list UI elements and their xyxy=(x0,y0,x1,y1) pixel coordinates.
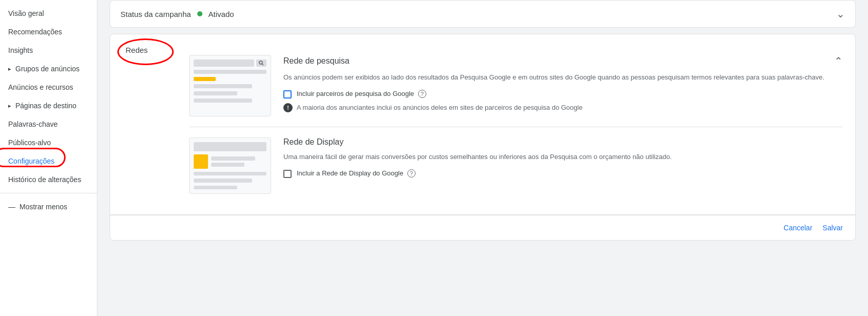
sidebar-item-label: Anúncios e recursos xyxy=(8,83,73,91)
networks-container: Rede de pesquisa ⌃ Os anúncios podem ser… xyxy=(189,45,843,204)
search-partners-help-icon[interactable]: ? xyxy=(418,90,426,98)
search-network-preview xyxy=(189,55,271,116)
preview-search-btn xyxy=(256,60,266,67)
search-partners-checkbox[interactable] xyxy=(283,90,292,98)
svg-point-0 xyxy=(259,61,262,64)
sidebar-item-visao-geral[interactable]: Visão geral xyxy=(0,4,97,23)
main-content: Status da campanha Ativado ⌄ Redes xyxy=(97,0,868,316)
redes-label-wrapper: Redes xyxy=(122,45,179,55)
warning-icon: ! xyxy=(283,103,293,112)
display-preview-bar-top xyxy=(194,142,266,151)
display-network-info: Rede de Display Uma maneira fácil de ger… xyxy=(283,137,843,194)
status-bar-left: Status da campanha Ativado xyxy=(120,10,234,18)
display-network-help-icon[interactable]: ? xyxy=(407,169,416,177)
display-network-label: Incluir a Rede de Display do Google ? xyxy=(297,169,416,177)
sidebar-item-historico-alteracoes[interactable]: Histórico de alterações xyxy=(0,170,97,189)
redes-card: Redes xyxy=(110,34,856,241)
search-network-title-text: Rede de pesquisa xyxy=(283,56,349,66)
sidebar-item-label: Públicos-alvo xyxy=(8,139,51,147)
sidebar-item-paginas-destino[interactable]: Páginas de destino xyxy=(0,96,97,115)
sidebar-item-label: Histórico de alterações xyxy=(8,175,81,184)
warning-text: A maioria dos anunciantes inclui os anún… xyxy=(297,103,583,113)
search-partners-label: Incluir parceiros de pesquisa do Google … xyxy=(297,90,426,98)
preview-bar-yellow xyxy=(194,77,216,81)
preview-search-bar xyxy=(194,60,254,67)
sidebar-divider xyxy=(0,193,97,193)
search-network-info: Rede de pesquisa ⌃ Os anúncios podem ser… xyxy=(283,55,843,116)
display-network-preview xyxy=(189,137,271,194)
sidebar-item-insights[interactable]: Insights xyxy=(0,41,97,60)
display-preview-bar-3 xyxy=(194,172,266,175)
status-label: Status da campanha xyxy=(120,10,191,18)
display-network-section: Rede de Display Uma maneira fácil de ger… xyxy=(189,127,843,204)
sidebar-item-palavras-chave[interactable]: Palavras-chave xyxy=(0,115,97,133)
display-network-title-text: Rede de Display xyxy=(283,137,343,147)
sidebar-item-configuracoes[interactable]: Configurações xyxy=(0,152,97,170)
svg-line-1 xyxy=(262,64,264,66)
sidebar-item-label: Visão geral xyxy=(8,9,44,17)
redes-header: Redes xyxy=(110,34,855,215)
status-value: Ativado xyxy=(209,10,234,18)
sidebar-item-label: Recomendações xyxy=(8,28,62,36)
card-footer: Cancelar Salvar xyxy=(110,215,855,240)
sidebar-item-label: Grupos de anúncios xyxy=(15,65,79,73)
display-preview-bar-1 xyxy=(211,156,255,161)
warning-row: ! A maioria dos anunciantes inclui os an… xyxy=(283,103,843,113)
status-dot-active xyxy=(197,11,202,16)
display-preview-bar-2 xyxy=(211,163,244,167)
sidebar-item-label: Páginas de destino xyxy=(15,102,76,110)
display-preview-row xyxy=(194,154,266,169)
display-network-checkbox-row: Incluir a Rede de Display do Google ? xyxy=(283,169,843,178)
chevron-up-icon[interactable]: ⌃ xyxy=(834,55,843,67)
preview-top-row xyxy=(194,60,266,67)
chevron-down-icon: ⌄ xyxy=(836,8,845,20)
display-preview-yellow-block xyxy=(194,154,208,169)
cancel-button[interactable]: Cancelar xyxy=(783,224,812,232)
display-network-title: Rede de Display xyxy=(283,137,843,147)
search-network-title: Rede de pesquisa ⌃ xyxy=(283,55,843,67)
search-icon xyxy=(259,61,264,66)
show-less-label: Mostrar menos xyxy=(19,203,67,211)
display-network-checkbox[interactable] xyxy=(283,170,292,178)
sidebar-item-grupos-anuncios[interactable]: Grupos de anúncios xyxy=(0,60,97,78)
display-network-description: Uma maneira fácil de gerar mais conversõ… xyxy=(283,152,843,162)
sidebar-item-recomendacoes[interactable]: Recomendações xyxy=(0,23,97,41)
campaign-status-bar[interactable]: Status da campanha Ativado ⌄ xyxy=(110,0,856,28)
search-network-description: Os anúncios podem ser exibidos ao lado d… xyxy=(283,72,843,83)
redes-section-label: Redes xyxy=(122,45,151,55)
display-preview-bar-4 xyxy=(194,179,252,182)
display-preview-bar-5 xyxy=(194,186,237,189)
sidebar-item-label: Insights xyxy=(8,46,33,54)
sidebar-item-publicos-alvo[interactable]: Públicos-alvo xyxy=(0,133,97,152)
preview-bar-2 xyxy=(194,84,252,88)
search-partners-checkbox-row: Incluir parceiros de pesquisa do Google … xyxy=(283,90,843,98)
display-preview-text-col xyxy=(211,156,266,167)
preview-bar-1 xyxy=(194,70,266,74)
sidebar-item-anuncios-recursos[interactable]: Anúncios e recursos xyxy=(0,78,97,96)
preview-bar-4 xyxy=(194,98,252,103)
sidebar-show-less[interactable]: — Mostrar menos xyxy=(0,198,97,216)
preview-bar-3 xyxy=(194,91,237,95)
sidebar-item-label: Configurações xyxy=(8,157,54,165)
save-button[interactable]: Salvar xyxy=(822,224,843,232)
sidebar: Visão geral Recomendações Insights Grupo… xyxy=(0,0,97,316)
sidebar-item-label: Palavras-chave xyxy=(8,120,58,128)
search-network-section: Rede de pesquisa ⌃ Os anúncios podem ser… xyxy=(189,45,843,127)
